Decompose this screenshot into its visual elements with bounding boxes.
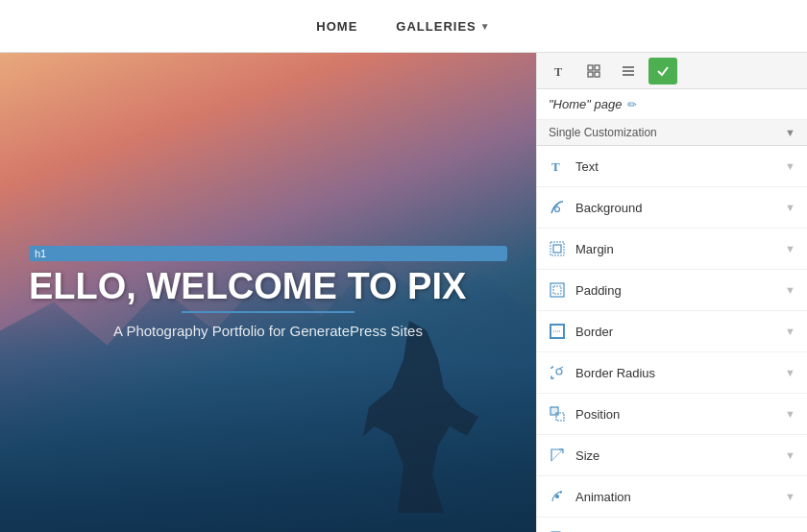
chevron-right-icon: ▼ — [785, 367, 795, 378]
chevron-right-icon: ▼ — [785, 284, 795, 296]
panel-item-padding-label: Padding — [575, 283, 775, 298]
top-navigation: HOME GALLERIES ▼ — [0, 0, 807, 53]
svg-line-18 — [559, 367, 563, 369]
nav-item-home[interactable]: HOME — [316, 19, 357, 34]
panel-item-border-radius[interactable]: Border Radius ▼ — [537, 352, 807, 394]
main-area: h1 ELLO, WELCOME TO PIX A Photography Po… — [0, 53, 807, 532]
hero-subtitle: A Photography Portfolio for GeneratePres… — [29, 323, 507, 339]
nav-galleries-label: GALLERIES — [396, 19, 476, 34]
toolbar-text-btn[interactable]: T — [545, 58, 574, 85]
panel-item-border-radius-label: Border Radius — [575, 366, 775, 380]
animation-icon — [549, 488, 566, 505]
svg-rect-14 — [553, 286, 561, 294]
panel-toolbar: T — [537, 53, 807, 89]
svg-point-9 — [555, 207, 560, 212]
border-radius-icon — [549, 364, 566, 381]
title-underline — [29, 311, 507, 313]
chevron-right-icon: ▼ — [785, 408, 795, 420]
panel-item-animation[interactable]: Animation ▼ — [537, 476, 807, 518]
panel-item-size-label: Size — [575, 448, 775, 463]
hero-title: ELLO, WELCOME TO PIX — [29, 267, 507, 307]
position-icon — [549, 405, 566, 423]
panel-item-position[interactable]: Position ▼ — [537, 394, 807, 435]
panel-items-list: T Text ▼ Background ▼ — [537, 146, 807, 532]
margin-icon — [549, 240, 566, 257]
panel-item-margin-label: Margin — [575, 242, 775, 256]
svg-rect-3 — [588, 72, 593, 77]
panel-item-position-label: Position — [575, 407, 775, 422]
panel-item-text[interactable]: T Text ▼ — [537, 146, 807, 187]
panel-item-animation-label: Animation — [575, 490, 775, 504]
svg-text:T: T — [554, 65, 562, 78]
svg-rect-13 — [550, 283, 564, 297]
h1-badge: h1 — [29, 246, 507, 261]
panel-item-border-label: Border — [575, 325, 775, 339]
border-icon — [549, 323, 566, 340]
edit-icon[interactable]: ✏ — [627, 98, 637, 111]
chevron-right-icon: ▼ — [785, 449, 795, 461]
title-underline-bar — [182, 311, 355, 313]
chevron-right-icon: ▼ — [785, 160, 795, 172]
svg-rect-19 — [550, 407, 558, 415]
panel-item-padding[interactable]: Padding ▼ — [537, 270, 807, 311]
toolbar-check-btn[interactable] — [648, 58, 677, 85]
svg-point-21 — [555, 495, 559, 498]
background-icon — [549, 199, 566, 216]
svg-rect-2 — [595, 65, 599, 70]
panel-item-size[interactable]: Size ▼ — [537, 435, 807, 476]
svg-point-17 — [556, 369, 562, 375]
panel-item-background-label: Background — [575, 201, 775, 215]
customization-text: Single Customization — [549, 126, 781, 139]
panel-item-text-label: Text — [575, 159, 775, 174]
panel-item-border[interactable]: Border ▼ — [537, 311, 807, 352]
padding-icon — [549, 281, 566, 299]
panel-item-background[interactable]: Background ▼ — [537, 187, 807, 229]
hero-image: h1 ELLO, WELCOME TO PIX A Photography Po… — [0, 53, 536, 532]
right-panel: T — [536, 53, 807, 532]
customization-row[interactable]: Single Customization ▼ — [537, 120, 807, 146]
panel-item-margin[interactable]: Margin ▼ — [537, 229, 807, 270]
svg-rect-4 — [595, 72, 599, 77]
nav-item-galleries[interactable]: GALLERIES ▼ — [396, 19, 490, 34]
toolbar-grid-btn[interactable] — [579, 58, 608, 85]
chevron-right-icon: ▼ — [785, 326, 795, 337]
svg-rect-12 — [553, 245, 561, 253]
panel-item-box-shadow[interactable]: Box Shadow ▼ — [537, 518, 807, 532]
svg-rect-11 — [550, 242, 564, 255]
text-icon: T — [549, 157, 566, 175]
size-icon — [549, 447, 566, 464]
nav-home-label: HOME — [316, 19, 357, 34]
chevron-right-icon: ▼ — [785, 243, 795, 254]
chevron-right-icon: ▼ — [785, 491, 795, 502]
chevron-right-icon: ▼ — [785, 202, 795, 213]
page-label-text: "Home" page — [549, 97, 622, 111]
page-label-row: "Home" page ✏ — [537, 89, 807, 120]
svg-text:T: T — [551, 159, 560, 174]
chevron-down-icon: ▼ — [785, 127, 795, 138]
svg-rect-1 — [588, 65, 593, 70]
toolbar-menu-btn[interactable] — [614, 58, 643, 85]
preview-area: h1 ELLO, WELCOME TO PIX A Photography Po… — [0, 53, 536, 532]
chevron-down-icon: ▼ — [480, 21, 491, 32]
